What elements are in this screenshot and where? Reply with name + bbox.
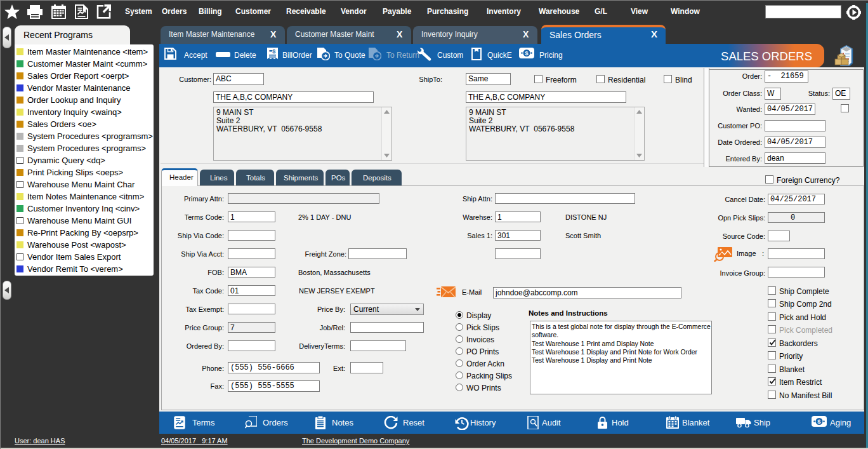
svg-text:$: $ <box>817 418 821 425</box>
svg-text:=$: =$ <box>269 48 275 55</box>
svg-text:$: $ <box>525 50 529 57</box>
